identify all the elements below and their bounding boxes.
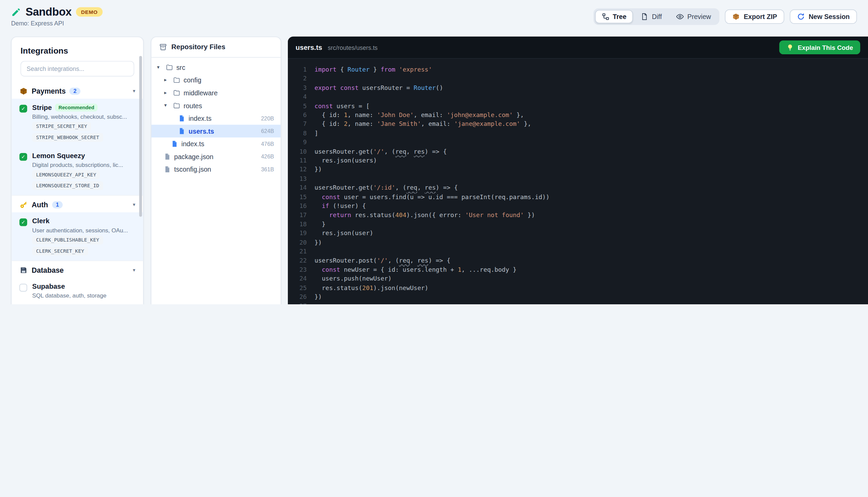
tree-folder-routes[interactable]: ▾routes	[151, 99, 281, 112]
tree-folder-src[interactable]: ▾src	[151, 61, 281, 74]
repository-icon	[159, 43, 167, 51]
integration-description: SQL database, auth, storage	[32, 292, 136, 299]
view-tab-tree[interactable]: Tree	[595, 10, 633, 23]
file-name: tsconfig.json	[174, 166, 211, 173]
integration-item-stripe[interactable]: ✓StripeRecommendedBilling, webhooks, che…	[12, 99, 143, 147]
tree-file-index-ts[interactable]: index.ts476B	[151, 138, 281, 150]
file-name: config	[184, 76, 201, 84]
toolbar-actions: Export ZIPNew Session	[725, 10, 857, 24]
file-json-icon	[164, 153, 171, 160]
line-number: 8	[292, 129, 307, 138]
code-line: 27	[292, 302, 868, 304]
code-line: 2	[292, 75, 868, 84]
app-header: Sandbox DEMO Demo: Express API TreeDiffP…	[0, 0, 868, 27]
section-header-auth[interactable]: Auth1▾	[12, 196, 143, 212]
folder-icon	[173, 76, 180, 83]
code-text: { id: 2, name: 'Jane Smith', email: 'jan…	[314, 120, 531, 129]
integration-name: Supabase	[32, 283, 65, 290]
code-text: if (!user) {	[314, 202, 366, 211]
file-ts-icon	[178, 128, 185, 135]
section-header-payments[interactable]: Payments2▾	[12, 82, 143, 99]
integration-item-clerk[interactable]: ✓ClerkUser authentication, sessions, OAu…	[12, 212, 143, 260]
tree-file-index-ts[interactable]: index.ts220B	[151, 112, 281, 125]
code-line: 3export const usersRouter = Router()	[292, 83, 868, 93]
line-number: 2	[292, 75, 307, 84]
integration-item-body: Lemon SqueezyDigital products, subscript…	[32, 152, 136, 190]
repository-header: Repository Files	[151, 37, 281, 57]
code-text: ]	[314, 129, 318, 138]
auth-icon	[19, 200, 28, 209]
code-line: 9	[292, 138, 868, 147]
integration-item-body: SupabaseSQL database, auth, storage	[32, 283, 136, 299]
line-number: 11	[292, 156, 307, 166]
checkbox[interactable]: ✓	[19, 153, 27, 161]
repository-panel: Repository Files ▾src▸config▸middleware▾…	[151, 37, 281, 304]
export-zip-button[interactable]: Export ZIP	[725, 10, 784, 24]
line-number: 6	[292, 111, 307, 120]
pencil-icon	[11, 7, 21, 17]
code-line: 5const users = [	[292, 102, 868, 111]
code-text: const user = users.find(u => u.id === pa…	[314, 193, 550, 202]
code-text: })	[314, 293, 322, 302]
code-line: 20})	[292, 238, 868, 247]
view-tab-preview[interactable]: Preview	[670, 10, 718, 23]
tree-icon	[602, 13, 609, 21]
folder-icon	[173, 102, 180, 109]
recommended-badge: Recommended	[55, 104, 97, 112]
search-input[interactable]	[20, 61, 134, 77]
line-number: 15	[292, 193, 307, 202]
diff-icon	[641, 13, 649, 21]
code-text: users.push(newUser)	[314, 274, 391, 284]
view-tab-label: Diff	[652, 13, 662, 21]
file-name: src	[177, 63, 185, 71]
integration-section-payments: Payments2▾✓StripeRecommendedBilling, web…	[12, 82, 143, 195]
line-number: 24	[292, 274, 307, 284]
checkbox[interactable]: ✓	[19, 105, 27, 113]
code-line: 15 const user = users.find(u => u.id ===…	[292, 193, 868, 202]
app-subtitle: Demo: Express API	[11, 20, 103, 27]
code-text: const users = [	[314, 102, 369, 111]
tree-file-users-ts[interactable]: users.ts624B	[151, 125, 281, 138]
tree-file-tsconfig-json[interactable]: tsconfig.json361B	[151, 163, 281, 176]
code-line: 4	[292, 93, 868, 102]
code-line: 6 { id: 1, name: 'John Doe', email: 'joh…	[292, 111, 868, 120]
code-text: const newUser = { id: users.length + 1, …	[314, 266, 516, 275]
line-number: 7	[292, 120, 307, 129]
checkbox[interactable]	[19, 284, 27, 292]
env-var-chip: LEMONSQUEEZY_API_KEY	[32, 170, 100, 179]
integration-name: Stripe	[32, 104, 52, 112]
code-line: 22usersRouter.post('/', (req, res) => {	[292, 256, 868, 266]
integration-item-supabase[interactable]: SupabaseSQL database, auth, storage	[12, 278, 143, 304]
explain-code-button[interactable]: Explain This Code	[780, 40, 860, 54]
integration-name-row: Clerk	[32, 217, 136, 225]
code-line: 14usersRouter.get('/:id', (req, res) => …	[292, 184, 868, 193]
code-line: 17 return res.status(404).json({ error: …	[292, 211, 868, 220]
package-icon	[732, 13, 740, 21]
tree-file-package-json[interactable]: package.json426B	[151, 150, 281, 163]
view-tab-diff[interactable]: Diff	[634, 10, 668, 23]
tree-folder-middleware[interactable]: ▸middleware	[151, 86, 281, 99]
scrollbar-thumb[interactable]	[139, 56, 142, 217]
line-number: 18	[292, 220, 307, 229]
tree-folder-config[interactable]: ▸config	[151, 74, 281, 86]
code-text: usersRouter.get('/', (req, res) => {	[314, 147, 447, 156]
integration-item-planetscale[interactable]: PlanetScaleServerless MySQL database	[12, 304, 143, 304]
lightbulb-icon	[786, 44, 794, 51]
line-number: 5	[292, 102, 307, 111]
new-session-button[interactable]: New Session	[790, 10, 857, 24]
brand: Sandbox DEMO Demo: Express API	[11, 5, 103, 27]
line-number: 4	[292, 93, 307, 102]
line-number: 14	[292, 184, 307, 193]
integration-name: Clerk	[32, 217, 50, 225]
checkbox[interactable]: ✓	[19, 218, 27, 226]
integration-name-row: StripeRecommended	[32, 104, 136, 112]
file-size: 426B	[261, 154, 274, 160]
integration-description: Billing, webhooks, checkout, subsc...	[32, 113, 136, 120]
section-header-database[interactable]: Database▾	[12, 261, 143, 278]
code-area[interactable]: 1import { Router } from 'express'23expor…	[288, 59, 868, 304]
file-size: 220B	[261, 115, 274, 122]
chevron-right-icon: ▸	[164, 90, 170, 95]
line-number: 22	[292, 256, 307, 266]
file-name: index.ts	[189, 114, 212, 122]
integration-item-lemon-squeezy[interactable]: ✓Lemon SqueezyDigital products, subscrip…	[12, 147, 143, 195]
